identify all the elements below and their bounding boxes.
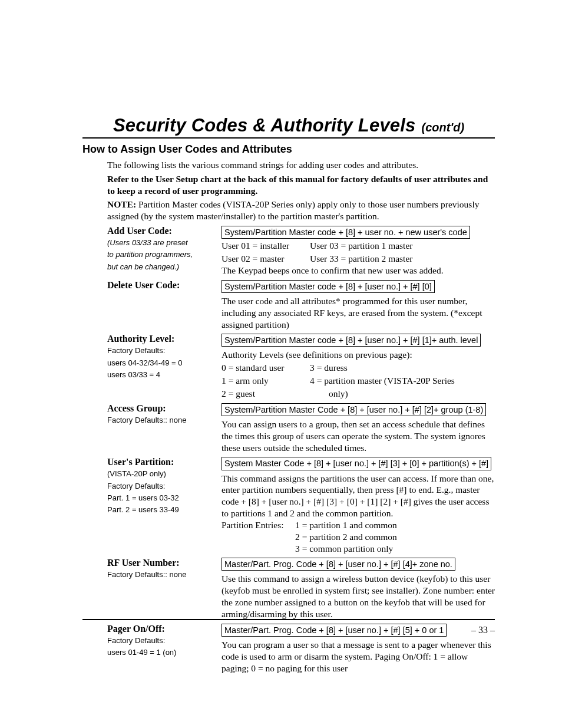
left-note: users 03/33 = 4 <box>107 370 216 380</box>
row-desc: You can program a user so that a message… <box>222 639 495 674</box>
row-desc: You can assign users to a group, then se… <box>222 419 495 453</box>
auth-4a: 4 = partition master (VISTA-20P Series <box>310 375 495 387</box>
pe-3: 3 = common partition only <box>295 543 397 555</box>
page-content: Security Codes & Authority Levels (cont'… <box>82 115 495 674</box>
user01: User 01 = installer <box>222 240 310 252</box>
row-desc: The user code and all attributes* progra… <box>222 295 495 330</box>
row-rf-user-number: RF User Number: Factory Defaults:: none … <box>107 558 495 620</box>
intro-p1: The following lists the various command … <box>107 159 495 171</box>
page-title-block: Security Codes & Authority Levels (cont'… <box>82 115 495 139</box>
command-box: System/Partition Master code + [8] + [us… <box>222 334 481 347</box>
left-note: users 01-49 = 1 (on) <box>107 647 216 658</box>
footer-rule <box>82 619 495 620</box>
intro-p2: Refer to the User Setup chart at the bac… <box>107 173 495 197</box>
intro-block: The following lists the various command … <box>107 159 495 222</box>
pe-1: 1 = partition 1 and common <box>295 519 397 531</box>
page-title-cont: (cont'd) <box>422 121 465 134</box>
intro-note: NOTE: Partition Master codes (VISTA-20P … <box>107 199 495 222</box>
row-users-partition: User's Partition: (VISTA-20P only) Facto… <box>107 457 495 554</box>
row-label: User's Partition: <box>107 457 216 467</box>
note-text: Partition Master codes (VISTA-20P Series… <box>107 199 479 221</box>
row-authority-level: Authority Level: Factory Defaults: users… <box>107 334 495 399</box>
right-col: System/Partition Master code + [8] + use… <box>222 226 495 276</box>
page-number: – 33 – <box>82 625 495 635</box>
auth-4b: only) <box>310 388 495 400</box>
command-box: System/Partition Master code + [8] + [us… <box>222 280 435 293</box>
left-note: Factory Defaults:: none <box>107 569 216 580</box>
left-note: Factory Defaults: <box>107 345 216 356</box>
auth-2: 2 = guest <box>222 388 310 400</box>
row-label: Access Group: <box>107 403 216 414</box>
row-access-group: Access Group: Factory Defaults:: none Sy… <box>107 403 495 454</box>
auth-intro: Authority Levels (see definitions on pre… <box>222 349 495 361</box>
left-note: Factory Defaults: <box>107 635 216 646</box>
section-heading: How to Assign User Codes and Attributes <box>82 143 495 156</box>
row-label: Add User Code: <box>107 226 216 236</box>
row-add-user: Add User Code: (Users 03/33 are preset t… <box>107 226 495 276</box>
left-note: (VISTA-20P only) <box>107 469 216 479</box>
left-note: Part. 2 = users 33-49 <box>107 505 216 515</box>
note-label: NOTE: <box>107 199 136 209</box>
beep-text: The Keypad beeps once to confirm that ne… <box>222 265 495 276</box>
left-note: Factory Defaults: <box>107 481 216 492</box>
left-note: (Users 03/33 are preset <box>107 238 216 248</box>
row-desc: This command assigns the partitions the … <box>222 473 495 519</box>
row-label: Delete User Code: <box>107 280 216 291</box>
left-col: Add User Code: (Users 03/33 are preset t… <box>107 226 222 272</box>
user03: User 03 = partition 1 master <box>310 240 495 252</box>
auth-1: 1 = arm only <box>222 375 310 387</box>
pe-2: 2 = partition 2 and common <box>295 531 397 543</box>
left-note: but can be changed.) <box>107 262 216 272</box>
rows-container: Add User Code: (Users 03/33 are preset t… <box>107 226 495 674</box>
pe-label: Partition Entries: <box>222 519 295 554</box>
left-note: Factory Defaults:: none <box>107 415 216 426</box>
user33: User 33 = partition 2 master <box>310 253 495 265</box>
user02: User 02 = master <box>222 253 310 265</box>
row-delete-user: Delete User Code: System/Partition Maste… <box>107 280 495 331</box>
command-box: System Master Code + [8] + [user no.] + … <box>222 457 491 470</box>
auth-0: 0 = standard user <box>222 362 310 374</box>
command-box: System/Partition Master Code + [8] + [us… <box>222 403 486 416</box>
row-label: Authority Level: <box>107 334 216 344</box>
row-desc: Use this command to assign a wireless bu… <box>222 573 495 620</box>
page-title: Security Codes & Authority Levels <box>113 115 416 136</box>
left-note: users 04-32/34-49 = 0 <box>107 358 216 368</box>
left-note: Part. 1 = users 03-32 <box>107 493 216 503</box>
row-label: RF User Number: <box>107 558 216 568</box>
left-note: to partition programmers, <box>107 249 216 260</box>
command-box: System/Partition Master code + [8] + use… <box>222 226 470 239</box>
command-box: Master/Part. Prog. Code + [8] + [user no… <box>222 558 455 571</box>
auth-3: 3 = duress <box>310 362 495 374</box>
